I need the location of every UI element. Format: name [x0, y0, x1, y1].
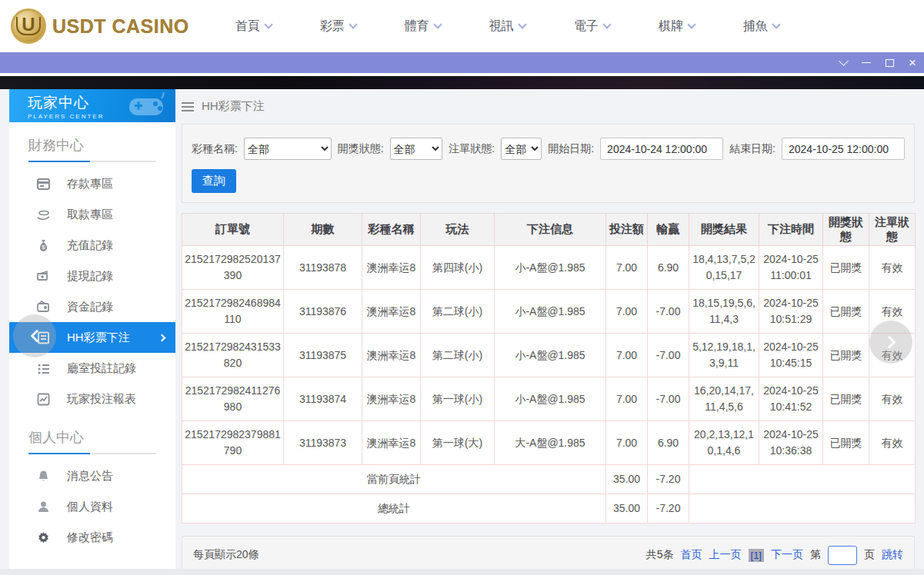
close-icon: × [909, 56, 916, 69]
column-header: 注單狀態 [869, 214, 916, 246]
sidebar-item-label: 提現記錄 [67, 269, 113, 284]
funds-record-icon [37, 301, 50, 314]
maximize-icon [886, 59, 894, 67]
page-title: HH彩票下注 [202, 99, 265, 114]
sidebar-item-label: 充值記錄 [67, 238, 113, 253]
first-page-link[interactable]: 首页 [681, 548, 702, 562]
chevron-right-icon [882, 336, 896, 349]
window-minimize-button[interactable] [855, 52, 878, 74]
jump-prefix-label: 第 [810, 548, 821, 562]
sidebar-item-announcements[interactable]: 消息公告 [9, 460, 175, 491]
sidebar-item-withdraw[interactable]: 取款專區 [9, 199, 175, 230]
column-header: 開獎狀態 [823, 214, 869, 246]
gear-icon [37, 531, 50, 544]
table-cell: 第一球(大) [421, 421, 495, 465]
gamepad-icon [126, 92, 166, 118]
window-maximize-button[interactable] [878, 52, 901, 74]
summary-label: 總統計 [182, 494, 606, 523]
sidebar-item-label: 廳室投註記錄 [67, 361, 136, 376]
jump-link[interactable]: 跳转 [882, 548, 903, 562]
column-header: 輸贏 [648, 214, 689, 246]
table-cell: 小-A盤@1.985 [495, 290, 606, 334]
next-page-link[interactable]: 下一页 [771, 548, 803, 562]
sidebar-item-label: 個人資料 [67, 500, 113, 514]
sidebar-header: 玩家中心 PLAYERS CENTER [9, 89, 175, 122]
table-cell: 2024-10-25 10:45:15 [759, 334, 823, 377]
sidebar-item-label: 修改密碼 [67, 530, 113, 545]
casino-coin-icon: U [11, 8, 46, 44]
table-cell: 2152172982379881790 [182, 421, 284, 465]
hamburger-menu-icon[interactable] [182, 102, 194, 111]
lottery-name-select[interactable]: 全部 [244, 138, 332, 160]
table-row: 215217298243153382031193875澳洲幸运8第二球(小)小-… [182, 334, 916, 377]
sidebar-item-hall-bet-record[interactable]: 廳室投註記錄 [9, 353, 175, 384]
minimize-icon [862, 62, 871, 63]
bell-icon [37, 470, 50, 483]
table-cell: 澳洲幸运8 [362, 334, 421, 377]
table-cell: 2024-10-25 10:36:38 [759, 421, 823, 465]
sidebar-item-player-report[interactable]: 玩家投注報表 [9, 384, 175, 414]
hall-bet-record-icon [37, 362, 50, 375]
table-cell: 18,4,13,7,5,20,15,17 [689, 246, 759, 290]
nav-item-lottery[interactable]: 彩票 [320, 18, 356, 35]
sidebar-item-label: 取款專區 [67, 208, 113, 222]
recharge-record-icon: $ [37, 239, 50, 252]
table-cell: 2152172982520137390 [182, 246, 284, 290]
player-report-icon [37, 393, 50, 406]
table-cell: 第二球(小) [421, 290, 495, 334]
sidebar-item-recharge-record[interactable]: $ 充值記錄 [9, 230, 175, 261]
summary-win-loss: -7.20 [648, 494, 689, 523]
table-cell: 大-A盤@1.985 [495, 421, 606, 465]
chevron-down-icon [264, 20, 272, 28]
nav-item-live[interactable]: 視訊 [489, 18, 525, 35]
user-icon [37, 500, 50, 514]
panel-expand-button[interactable] [869, 321, 912, 364]
table-cell: 20,2,13,12,10,1,4,6 [689, 421, 759, 465]
table-cell: 小-A盤@1.985 [495, 246, 606, 290]
sidebar-item-deposit[interactable]: 存款專區 [9, 168, 175, 199]
end-date-input[interactable] [782, 138, 905, 160]
window-dropdown-button[interactable] [832, 52, 855, 74]
window-titlebar: × [0, 52, 924, 75]
summary-bet-total: 35.00 [606, 494, 648, 523]
sidebar-item-profile[interactable]: 個人資料 [9, 491, 175, 522]
brand-logo[interactable]: U USDT CASINO [11, 8, 189, 44]
sidebar-collapse-button[interactable] [13, 314, 56, 357]
page-jump-input[interactable] [828, 546, 857, 565]
chevron-down-icon [772, 20, 780, 28]
nav-label: 體育 [405, 18, 429, 35]
table-cell: 2152172982468984110 [182, 290, 284, 334]
order-status-select[interactable]: 全部 [501, 138, 542, 160]
nav-item-slots[interactable]: 電子 [574, 18, 610, 35]
chevron-down-icon [518, 20, 526, 28]
query-button[interactable]: 查詢 [192, 169, 236, 193]
prev-page-link[interactable]: 上一页 [709, 548, 742, 562]
start-date-input[interactable] [600, 138, 723, 160]
draw-status-select[interactable]: 全部 [390, 138, 443, 160]
table-cell: 7.00 [606, 334, 648, 377]
summary-empty [689, 465, 916, 494]
table-row: 215217298246898411031193876澳洲幸运8第二球(小)小-… [182, 290, 916, 334]
summary-label: 當前頁統計 [182, 465, 606, 494]
nav-label: 捕魚 [743, 18, 768, 35]
nav-item-home[interactable]: 首頁 [235, 18, 272, 35]
table-cell: 有效 [869, 377, 916, 421]
sidebar-item-cashout-record[interactable]: 提現記錄 [9, 261, 175, 291]
table-cell: 2152172982411276980 [182, 377, 284, 421]
jump-suffix-label: 页 [864, 548, 875, 562]
nav-item-fishing[interactable]: 捕魚 [743, 18, 779, 35]
window-close-button[interactable]: × [901, 52, 924, 74]
sidebar-item-change-password[interactable]: 修改密碼 [9, 522, 175, 553]
table-cell: 6.90 [648, 421, 689, 465]
table-cell: -7.00 [648, 377, 689, 421]
main-nav: 首頁 彩票 體育 視訊 電子 棋牌 捕魚 [235, 18, 779, 35]
nav-item-sports[interactable]: 體育 [405, 18, 441, 35]
summary-bet-total: 35.00 [606, 465, 648, 494]
nav-item-cards[interactable]: 棋牌 [659, 18, 695, 35]
total-count-text: 共5条 [646, 548, 674, 562]
column-header: 彩種名稱 [362, 214, 421, 246]
column-header: 訂單號 [182, 214, 284, 246]
sidebar-item-label: 資金記錄 [67, 300, 113, 314]
table-cell: 7.00 [606, 421, 648, 465]
chevron-down-icon [839, 56, 849, 66]
